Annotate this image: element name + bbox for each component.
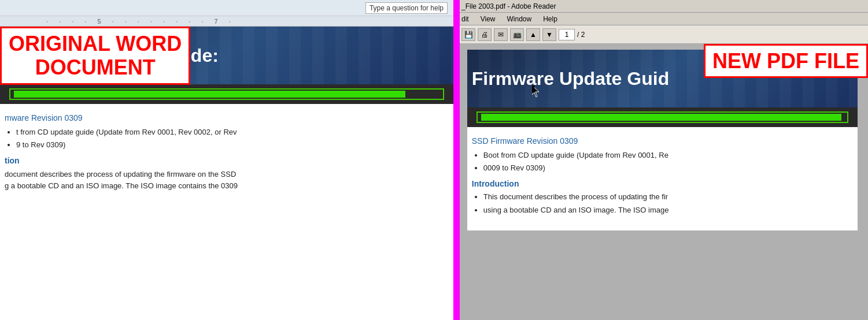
pdf-section-item-1: This document describes the process of u… <box>483 192 853 202</box>
pdf-body: SSD Firmware Revision 0309 Boot from CD … <box>467 127 858 230</box>
section-text-2: g a bootable CD and an ISO image. The IS… <box>5 180 449 192</box>
pdf-firmware-subtitle: SSD Firmware Revision 0309 <box>472 136 853 146</box>
original-word-label: ORIGINAL WORDDOCUMENT <box>0 27 190 85</box>
toolbar-fax-btn[interactable]: 📠 <box>510 28 524 41</box>
left-panel-word: Type a question for help · · · · 5 · · ·… <box>0 0 457 320</box>
pdf-header-title: Firmware Update Guid <box>472 68 669 90</box>
original-word-label-text: ORIGINAL WORDDOCUMENT <box>9 32 182 80</box>
green-bar-wrapper <box>9 88 444 100</box>
bullet-list: t from CD update guide (Update from Rev … <box>16 127 449 150</box>
menu-view[interactable]: View <box>478 14 498 24</box>
help-bar: Type a question for help <box>0 0 453 16</box>
new-pdf-label: NEW PDF FILE <box>704 44 868 78</box>
pdf-dark-band <box>467 107 858 127</box>
menu-edit[interactable]: dit <box>459 14 471 24</box>
section-text-1: document describes the process of updati… <box>5 169 449 180</box>
ruler-marks: · · · · 5 · · · · · · · · 7 · <box>46 18 235 25</box>
pdf-bullet-item-1: Boot from CD update guide (Update from R… <box>483 150 853 161</box>
pdf-green-bar-wrapper <box>477 111 848 123</box>
pdf-page-content: Firmware Update Guid SSD Firmware Revisi… <box>457 44 868 320</box>
menu-help[interactable]: Help <box>541 14 560 24</box>
toolbar-arrow-down-btn[interactable]: ▼ <box>542 28 556 41</box>
pdf-section-heading: Introduction <box>472 179 853 188</box>
doc-body: mware Revision 0309 t from CD update gui… <box>0 104 453 200</box>
pdf-toolbar: 💾 🖨 ✉ 📠 ▲ ▼ / 2 <box>457 25 868 44</box>
page-separator: / 2 <box>577 31 585 39</box>
bullet-item-1: t from CD update guide (Update from Rev … <box>16 127 449 137</box>
menu-window[interactable]: Window <box>504 14 534 24</box>
toolbar-email-btn[interactable]: ✉ <box>494 28 508 41</box>
pdf-menu-bar: dit View Window Help <box>457 13 868 25</box>
pdf-title-text: _File 2003.pdf - Adobe Reader <box>461 2 556 10</box>
section-heading: tion <box>5 156 449 165</box>
ruler: · · · · 5 · · · · · · · · 7 · <box>0 16 453 27</box>
bullet-item-2: 9 to Rev 0309) <box>16 140 449 150</box>
toolbar-print-btn[interactable]: 🖨 <box>478 28 492 41</box>
magenta-divider <box>456 0 460 320</box>
pdf-bullet-item-2: 0009 to Rev 0309) <box>483 163 853 173</box>
green-bar <box>14 91 405 98</box>
dark-band <box>0 84 453 104</box>
pdf-section-item-2: using a bootable CD and an ISO image. Th… <box>483 205 853 215</box>
toolbar-save-btn[interactable]: 💾 <box>461 28 475 41</box>
help-input[interactable]: Type a question for help <box>365 2 448 14</box>
page-number-input[interactable] <box>559 29 575 40</box>
right-panel-pdf: _File 2003.pdf - Adobe Reader dit View W… <box>457 0 868 320</box>
toolbar-arrow-up-btn[interactable]: ▲ <box>526 28 540 41</box>
new-pdf-label-text: NEW PDF FILE <box>712 49 859 73</box>
firmware-subtitle: mware Revision 0309 <box>5 113 449 122</box>
pdf-section-list: This document describes the process of u… <box>483 192 853 215</box>
pdf-title-bar: _File 2003.pdf - Adobe Reader <box>457 0 868 13</box>
pdf-green-bar <box>481 114 841 121</box>
pdf-bullet-list: Boot from CD update guide (Update from R… <box>483 150 853 173</box>
